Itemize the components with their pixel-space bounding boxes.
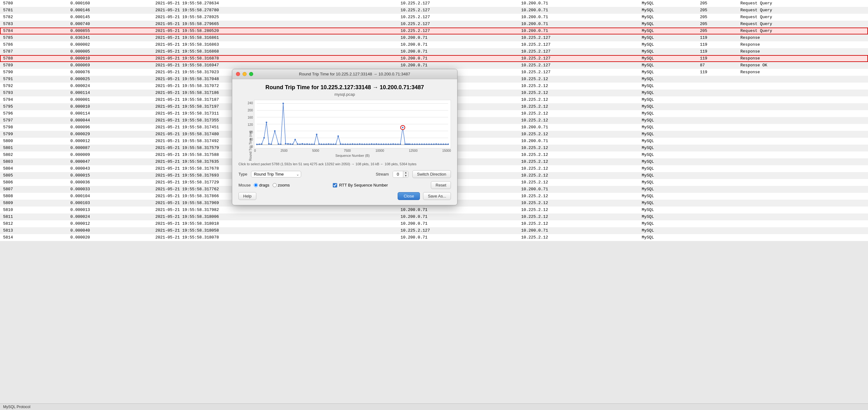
mouse-label: Mouse	[239, 183, 251, 187]
table-row[interactable]: 57810.0001462021-05-21 19:55:58.27878010…	[0, 7, 868, 14]
x-tick: 2500	[280, 149, 287, 152]
table-row[interactable]: 58110.0000242021-05-21 19:55:58.31800610…	[0, 213, 868, 220]
chart-dot[interactable]	[263, 137, 265, 139]
drags-label: drags	[259, 183, 270, 187]
y-tick: 120	[248, 123, 253, 127]
stream-input[interactable]	[393, 171, 403, 177]
chart-dot[interactable]	[282, 103, 284, 104]
zooms-radio[interactable]	[273, 183, 277, 187]
rtt-chart[interactable]	[254, 100, 451, 148]
type-label: Type	[239, 172, 247, 176]
click-info: Click to select packet 5788 (1.592s len …	[239, 162, 451, 167]
y-tick: 160	[248, 116, 253, 119]
drags-radio-label[interactable]: drags	[254, 183, 270, 187]
stream-down-button[interactable]: ▼	[403, 174, 408, 177]
chart-container[interactable]: Round Trip Time (ms) 24020016012080400 0…	[239, 100, 451, 159]
table-row[interactable]: 57890.0000692021-05-21 19:55:58.31694710…	[0, 62, 868, 69]
close-traffic-light[interactable]	[236, 72, 240, 76]
svg-point-7	[402, 127, 404, 128]
bottom-row: Help Close Save As...	[239, 192, 451, 200]
table-row[interactable]: 58120.0000122021-05-21 19:55:58.31801810…	[0, 220, 868, 227]
close-button[interactable]: Close	[398, 192, 420, 200]
chart-dot[interactable]	[294, 139, 296, 140]
stream-input-wrapper[interactable]: ▲ ▼	[393, 171, 409, 178]
rtt-checkbox[interactable]	[333, 183, 337, 187]
table-row[interactable]: 58140.0000202021-05-21 19:55:58.31807810…	[0, 234, 868, 241]
drags-radio[interactable]	[254, 183, 258, 187]
rtt-checkbox-text: RTT By Sequence Number	[339, 183, 388, 187]
type-select-wrapper[interactable]: Round Trip Time	[251, 171, 301, 177]
stream-spinners[interactable]: ▲ ▼	[403, 171, 408, 177]
x-tick: 15000	[442, 149, 451, 152]
x-tick: 7500	[344, 149, 351, 152]
x-tick: 5000	[312, 149, 319, 152]
y-tick: 240	[248, 101, 253, 105]
rtt-checkbox-label[interactable]: RTT By Sequence Number	[333, 183, 388, 187]
help-button[interactable]: Help	[239, 192, 256, 200]
dialog-titlebar: Round Trip Time for 10.225.2.127:33148 →…	[232, 69, 457, 79]
x-tick: 0	[254, 149, 256, 152]
chart-dot[interactable]	[302, 143, 303, 145]
zooms-radio-label[interactable]: zooms	[273, 183, 290, 187]
x-tick: 10000	[375, 149, 384, 152]
dialog-subtitle: mysql.pcap	[239, 92, 451, 97]
table-row[interactable]: 57830.0007402021-05-21 19:55:58.27966510…	[0, 21, 868, 28]
switch-direction-button[interactable]: Switch Direction	[412, 170, 451, 178]
table-row[interactable]: 57850.0363412021-05-21 19:55:58.31686110…	[0, 34, 868, 41]
rtt-dialog: Round Trip Time for 10.225.2.127:33148 →…	[232, 69, 458, 205]
mouse-row: Mouse drags zooms RTT By Sequence Number…	[239, 181, 451, 189]
maximize-traffic-light[interactable]	[249, 72, 253, 76]
table-row[interactable]: 57840.0008552021-05-21 19:55:58.28052010…	[0, 28, 868, 34]
type-select[interactable]: Round Trip Time	[251, 171, 301, 177]
dialog-title: Round Trip Time for 10.225.2.127:33148 →…	[256, 72, 454, 76]
chart-dot[interactable]	[256, 144, 257, 145]
chart-dot[interactable]	[316, 134, 317, 135]
table-row[interactable]: 57820.0001452021-05-21 19:55:58.27892510…	[0, 14, 868, 21]
table-row[interactable]: 57860.0000022021-05-21 19:55:58.31686310…	[0, 41, 868, 48]
table-row[interactable]: 58100.0000132021-05-21 19:55:58.31798210…	[0, 207, 868, 213]
table-row[interactable]: 57800.0001602021-05-21 19:55:58.27863410…	[0, 0, 868, 7]
table-row[interactable]: 57880.0000102021-05-21 19:55:58.31687810…	[0, 55, 868, 62]
save-as-button[interactable]: Save As...	[423, 192, 451, 200]
reset-button[interactable]: Reset	[431, 181, 451, 189]
chart-dot[interactable]	[287, 143, 289, 145]
y-tick: 200	[248, 109, 253, 112]
chart-dot[interactable]	[274, 130, 276, 132]
x-axis-label: Sequence Number (B)	[254, 154, 451, 158]
stream-label: Stream	[376, 172, 389, 176]
y-axis-label: Round Trip Time (ms)	[249, 131, 252, 161]
chart-dot[interactable]	[338, 136, 339, 137]
zooms-label: zooms	[278, 183, 290, 187]
controls-row-1: Type Round Trip Time Stream ▲ ▼ Switch D…	[239, 170, 451, 178]
chart-dot[interactable]	[285, 143, 286, 145]
chart-dot[interactable]	[268, 143, 270, 145]
x-tick: 12500	[409, 149, 418, 152]
chart-dot[interactable]	[266, 122, 267, 123]
table-row[interactable]: 58130.0000402021-05-21 19:55:58.31805810…	[0, 227, 868, 234]
table-row[interactable]: 57870.0000052021-05-21 19:55:58.31686810…	[0, 48, 868, 55]
minimize-traffic-light[interactable]	[243, 72, 247, 76]
dialog-main-title: Round Trip Time for 10.225.2.127:33148 →…	[239, 84, 451, 91]
dialog-content: Round Trip Time for 10.225.2.127:33148 →…	[232, 79, 457, 205]
stream-up-button[interactable]: ▲	[403, 171, 408, 174]
